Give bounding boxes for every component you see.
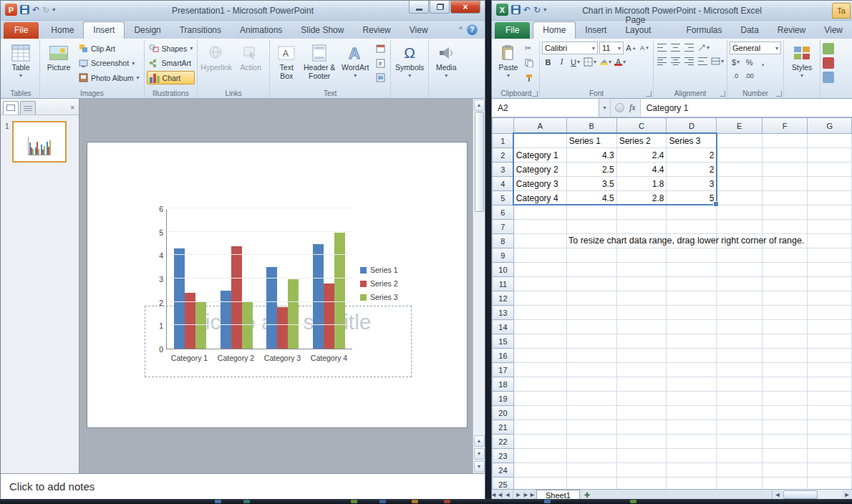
undo-icon[interactable]: ↶	[32, 5, 39, 15]
cell-C13[interactable]	[616, 306, 667, 320]
row-header-12[interactable]: 12	[493, 291, 514, 306]
cell-B11[interactable]	[566, 277, 616, 291]
row-header-3[interactable]: 3	[493, 163, 514, 177]
taskbar-item[interactable]	[379, 500, 386, 503]
restore-button[interactable]	[430, 1, 450, 14]
cell-G7[interactable]	[808, 220, 852, 234]
legend-entry[interactable]: Series 1	[360, 266, 398, 274]
cell-A5[interactable]: Category 4	[513, 191, 566, 205]
cell-C21[interactable]	[616, 420, 667, 435]
cell-F3[interactable]	[762, 163, 808, 177]
cell-C14[interactable]	[616, 320, 667, 334]
cell-F19[interactable]	[762, 392, 808, 406]
redo-icon[interactable]: ↻	[42, 5, 49, 15]
cell-B9[interactable]	[566, 248, 616, 263]
cell-E15[interactable]	[717, 334, 763, 349]
cell-C7[interactable]	[616, 220, 667, 234]
cell-D2[interactable]: 2	[667, 148, 717, 163]
cell-D7[interactable]	[667, 220, 717, 234]
screenshot-button[interactable]: Screenshot▾	[77, 57, 142, 70]
cell-A13[interactable]	[513, 306, 566, 320]
collapse-ribbon-icon[interactable]: ^	[459, 26, 463, 34]
cell-B5[interactable]: 4.5	[566, 191, 616, 205]
tab-review[interactable]: Review	[353, 22, 400, 39]
next-slide-button[interactable]: ▼	[474, 448, 485, 460]
cell-E13[interactable]	[717, 306, 763, 320]
bar-series-3[interactable]	[288, 279, 299, 349]
cell-A17[interactable]	[513, 363, 566, 377]
row-header-24[interactable]: 24	[493, 463, 514, 478]
insert-worksheet-button[interactable]: ✚	[580, 490, 594, 500]
save-icon[interactable]	[511, 5, 521, 14]
row-header-20[interactable]: 20	[493, 406, 514, 420]
cell-E24[interactable]	[717, 463, 763, 478]
cell-F5[interactable]	[762, 191, 808, 205]
increase-decimal-button[interactable]: .0	[730, 69, 742, 82]
minimize-button[interactable]	[409, 1, 429, 14]
cell-D14[interactable]	[667, 320, 717, 334]
cell-A22[interactable]	[513, 435, 566, 449]
number-dialog-launcher[interactable]	[776, 91, 782, 97]
cell-D9[interactable]	[667, 248, 717, 263]
taskbar-item[interactable]	[444, 500, 450, 503]
cell-E23[interactable]	[717, 449, 763, 463]
cell-D5[interactable]: 5	[667, 191, 717, 205]
tab-review[interactable]: Review	[768, 22, 815, 39]
cell-F13[interactable]	[762, 306, 808, 320]
cell-B13[interactable]	[566, 306, 616, 320]
taskbar-item[interactable]	[215, 500, 221, 503]
cell-D3[interactable]: 2	[667, 163, 717, 177]
help-icon[interactable]: ?	[467, 24, 478, 35]
cell-C2[interactable]: 2.4	[616, 148, 667, 163]
taskbar-item[interactable]	[351, 500, 357, 503]
cell-G12[interactable]	[808, 291, 852, 306]
cell-F12[interactable]	[762, 291, 808, 306]
cell-A24[interactable]	[513, 463, 566, 478]
wordart-button[interactable]: A WordArt ▾	[338, 41, 372, 87]
cell-D16[interactable]	[667, 349, 717, 363]
cell-F10[interactable]	[762, 263, 808, 277]
row-header-18[interactable]: 18	[493, 377, 514, 392]
cell-B7[interactable]	[566, 220, 616, 234]
cell-B4[interactable]: 3.5	[566, 177, 616, 191]
slide-number-button[interactable]: #	[374, 57, 388, 70]
row-header-9[interactable]: 9	[493, 248, 514, 263]
undo-icon[interactable]: ↶	[523, 5, 531, 15]
cell-A4[interactable]: Category 3	[513, 177, 566, 191]
row-header-2[interactable]: 2	[493, 148, 514, 163]
orientation-button[interactable]: ▾	[697, 42, 710, 54]
alignment-dialog-launcher[interactable]	[720, 91, 725, 97]
cell-F25[interactable]	[762, 478, 808, 490]
column-header-G[interactable]: G	[808, 118, 852, 134]
cell-D24[interactable]	[667, 463, 717, 478]
clipboard-dialog-launcher[interactable]	[532, 91, 538, 97]
shapes-button[interactable]: Shapes▾	[147, 42, 195, 55]
cell-C17[interactable]	[616, 363, 667, 377]
tab-data[interactable]: Data	[731, 22, 768, 39]
cell-C5[interactable]: 2.8	[616, 191, 667, 205]
cell-C22[interactable]	[616, 435, 667, 449]
cell-E7[interactable]	[717, 220, 763, 234]
cell-A6[interactable]	[513, 205, 566, 220]
column-header-C[interactable]: C	[616, 118, 667, 134]
tab-insert[interactable]: Insert	[576, 22, 616, 39]
cell-F23[interactable]	[762, 449, 808, 463]
worksheet-grid[interactable]: ABCDEFG1Series 1Series 2Series 32Categor…	[492, 117, 852, 489]
tab-transitions[interactable]: Transitions	[170, 22, 231, 39]
cell-D25[interactable]	[667, 478, 717, 490]
cell-F11[interactable]	[762, 277, 808, 291]
cell-D1[interactable]: Series 3	[667, 134, 717, 148]
wrap-text-button[interactable]	[697, 55, 709, 67]
bar-series-1[interactable]	[266, 267, 277, 349]
table-tools-contextual-tab[interactable]: Ta	[832, 3, 851, 19]
horizontal-scrollbar[interactable]: ◄ ►	[772, 490, 852, 500]
cell-G18[interactable]	[808, 377, 852, 392]
cell-G21[interactable]	[808, 420, 852, 435]
text-box-button[interactable]: A Text Box	[272, 41, 301, 87]
font-dialog-launcher[interactable]	[646, 91, 652, 97]
cell-D11[interactable]	[667, 277, 717, 291]
taskbar-item[interactable]	[243, 500, 250, 503]
column-header-A[interactable]: A	[513, 118, 566, 134]
object-button[interactable]	[374, 71, 388, 84]
cell-B6[interactable]	[566, 205, 616, 220]
